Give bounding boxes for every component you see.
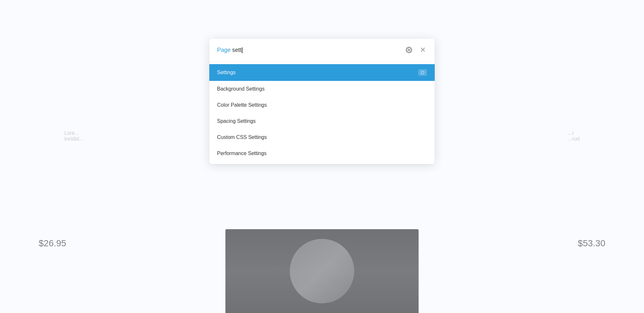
modal-container: Page sett ✕ Settings O [209,39,435,164]
menu-item-spacing-settings-label: Spacing Settings [217,118,427,124]
menu-item-custom-css-settings-label: Custom CSS Settings [217,134,427,140]
search-page-word: Page [217,47,231,53]
menu-item-settings[interactable]: Settings O [209,64,435,81]
menu-item-custom-css-settings[interactable]: Custom CSS Settings [209,129,435,145]
menu-list: Settings O Background Settings Color Pal… [209,62,435,164]
search-sett-word: sett [231,47,242,53]
text-cursor [242,47,242,53]
menu-item-performance-settings[interactable]: Performance Settings [209,145,435,161]
svg-point-0 [408,49,410,51]
search-field-display[interactable]: Page sett [217,47,404,54]
menu-item-settings-shortcut: O [418,69,427,76]
command-modal: Page sett ✕ Settings O [209,39,435,164]
close-button[interactable]: ✕ [419,45,427,55]
menu-item-performance-settings-label: Performance Settings [217,151,427,156]
header-icons-group: ✕ [404,45,427,55]
menu-item-color-palette-settings[interactable]: Color Palette Settings [209,97,435,113]
menu-item-spacing-settings[interactable]: Spacing Settings [209,113,435,129]
menu-item-settings-label: Settings [217,70,418,75]
modal-header: Page sett ✕ [209,39,435,62]
menu-item-color-palette-settings-label: Color Palette Settings [217,102,427,108]
close-icon: ✕ [420,46,426,54]
menu-item-background-settings[interactable]: Background Settings [209,81,435,97]
gear-button[interactable] [404,45,413,54]
gear-icon [406,47,412,53]
menu-item-background-settings-label: Background Settings [217,86,427,92]
